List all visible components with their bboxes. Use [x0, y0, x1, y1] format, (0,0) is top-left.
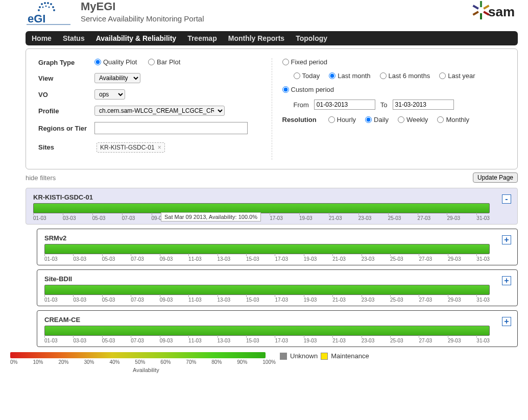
svg-text:eGI: eGI — [28, 12, 45, 25]
app-title: MyEGI — [81, 0, 204, 13]
panel-title: CREAM-CE — [44, 316, 510, 324]
to-label: To — [380, 101, 388, 109]
svg-rect-13 — [480, 1, 482, 7]
profile-label: Profile — [38, 107, 94, 115]
filter-col-right: Fixed period Today Last month Last 6 mon… — [282, 58, 506, 160]
graph-type-label: Graph Type — [38, 59, 94, 66]
last-month-radio[interactable]: Last month — [329, 72, 370, 80]
chip-remove-icon[interactable]: × — [158, 144, 161, 151]
x-ticks: 01-0303-0305-0307-0309-0311-0313-0315-03… — [33, 215, 490, 221]
panel-cream-ce: CREAM-CE + 01-0303-0305-0307-0309-0311-0… — [37, 310, 518, 347]
sites-input[interactable]: KR-KISTI-GSDC-01 × — [94, 140, 166, 154]
filter-col-left: Graph Type Quality Plot Bar Plot View Av… — [38, 58, 261, 160]
header: eGI MyEGI Service Availability Monitorin… — [0, 0, 528, 31]
from-label: From — [294, 101, 309, 109]
collapse-button[interactable]: - — [502, 194, 511, 204]
expand-button[interactable]: + — [502, 235, 511, 244]
expand-button[interactable]: + — [502, 317, 511, 326]
svg-point-2 — [47, 2, 49, 4]
site-chip: KR-KISTI-GSDC-01 × — [97, 142, 165, 153]
svg-point-1 — [44, 2, 46, 4]
last-6-months-radio[interactable]: Last 6 months — [380, 72, 430, 80]
svg-point-8 — [42, 7, 44, 8]
maintenance-label: Maintenance — [331, 352, 369, 360]
tab-treemap[interactable]: Treemap — [187, 34, 217, 42]
unknown-label: Unknown — [290, 352, 318, 360]
vo-label: VO — [38, 91, 94, 98]
tab-monthly-reports[interactable]: Monthly Reports — [228, 34, 284, 42]
regions-label: Regions or Tier — [38, 125, 94, 132]
svg-text:sam: sam — [488, 4, 515, 19]
regions-input[interactable] — [94, 122, 248, 134]
expand-button[interactable]: + — [502, 276, 511, 285]
profile-select[interactable]: ch.cern.sam-WLCG_CREAM_LCGCE_CRITIC — [94, 106, 225, 116]
svg-point-9 — [45, 6, 47, 7]
availability-bar[interactable] — [44, 244, 490, 254]
egi-logo-icon: eGI — [26, 0, 71, 28]
svg-point-4 — [39, 6, 41, 8]
availability-bar[interactable] — [44, 285, 490, 295]
weekly-radio[interactable]: Weekly — [398, 116, 428, 123]
svg-point-5 — [52, 6, 54, 8]
panel-site: KR-KISTI-GSDC-01 - Sat Mar 09 2013, Avai… — [26, 188, 518, 225]
panel-title: KR-KISTI-GSDC-01 — [33, 193, 510, 201]
svg-point-0 — [41, 3, 43, 5]
svg-rect-17 — [472, 11, 478, 15]
sam-logo-icon: sam — [472, 0, 518, 28]
vo-select[interactable]: ops — [94, 89, 125, 100]
unknown-swatch-icon — [280, 353, 287, 360]
maintenance-swatch-icon — [321, 353, 328, 360]
legend-keys: Unknown Maintenance — [280, 352, 369, 360]
panel-srmv2: SRMv2 + 01-0303-0305-0307-0309-0311-0313… — [37, 229, 518, 265]
svg-point-7 — [53, 9, 55, 11]
x-ticks: 01-0303-0305-0307-0309-0311-0313-0315-03… — [44, 256, 490, 262]
navbar: Home Status Availability & Reliability T… — [26, 31, 518, 45]
actions-row: hide filters Update Page — [26, 172, 518, 183]
legend-axis-label: Availability — [133, 367, 276, 373]
custom-period-radio[interactable]: Custom period — [282, 86, 334, 93]
graph-type-quality-radio[interactable]: Quality Plot — [94, 58, 137, 66]
hourly-radio[interactable]: Hourly — [328, 116, 356, 123]
update-page-button[interactable]: Update Page — [473, 172, 518, 183]
svg-rect-18 — [472, 5, 478, 9]
tab-status[interactable]: Status — [63, 34, 85, 42]
last-year-radio[interactable]: Last year — [439, 72, 475, 80]
pct-ticks: 0%10%20%30%40%50%60%70%80%90%100% — [10, 359, 276, 365]
hide-filters-link[interactable]: hide filters — [26, 174, 56, 182]
x-ticks: 01-0303-0305-0307-0309-0311-0313-0315-03… — [44, 297, 490, 303]
app-subtitle: Service Availability Monitoring Portal — [81, 14, 204, 23]
x-ticks: 01-0303-0305-0307-0309-0311-0313-0315-03… — [44, 338, 490, 343]
tab-home[interactable]: Home — [32, 34, 52, 42]
title-block: MyEGI Service Availability Monitoring Po… — [81, 0, 204, 23]
monthly-radio[interactable]: Monthly — [437, 116, 469, 123]
panel-title: SRMv2 — [44, 234, 510, 242]
today-radio[interactable]: Today — [294, 72, 320, 80]
fixed-period-radio[interactable]: Fixed period — [282, 58, 328, 66]
graph-type-bar-radio[interactable]: Bar Plot — [148, 58, 180, 66]
panel-title: Site-BDII — [44, 275, 510, 283]
view-select[interactable]: Availability — [94, 73, 140, 83]
svg-point-6 — [38, 9, 40, 11]
availability-bar[interactable] — [33, 203, 490, 213]
bar-tooltip: Sat Mar 09 2013, Availability: 100.0% — [161, 212, 261, 221]
logo-block: eGI — [26, 0, 71, 28]
gradient-scale — [10, 352, 266, 358]
tab-topology[interactable]: Topology — [296, 34, 327, 42]
availability-bar[interactable] — [44, 326, 490, 336]
svg-point-3 — [50, 3, 52, 5]
panel-site-bdii: Site-BDII + 01-0303-0305-0307-0309-0311-… — [37, 269, 518, 306]
resolution-label: Resolution — [282, 116, 328, 123]
view-label: View — [38, 75, 94, 82]
daily-radio[interactable]: Daily — [365, 116, 389, 123]
results: KR-KISTI-GSDC-01 - Sat Mar 09 2013, Avai… — [26, 188, 518, 347]
tab-availability-reliability[interactable]: Availability & Reliability — [96, 34, 176, 42]
svg-rect-16 — [480, 13, 482, 19]
svg-point-10 — [49, 7, 50, 8]
to-input[interactable] — [393, 100, 454, 110]
legend: 0%10%20%30%40%50%60%70%80%90%100% Availa… — [10, 352, 518, 373]
sites-label: Sites — [38, 143, 94, 151]
from-input[interactable] — [314, 100, 375, 110]
filter-divider — [272, 58, 272, 160]
filter-panel: Graph Type Quality Plot Bar Plot View Av… — [26, 48, 518, 169]
